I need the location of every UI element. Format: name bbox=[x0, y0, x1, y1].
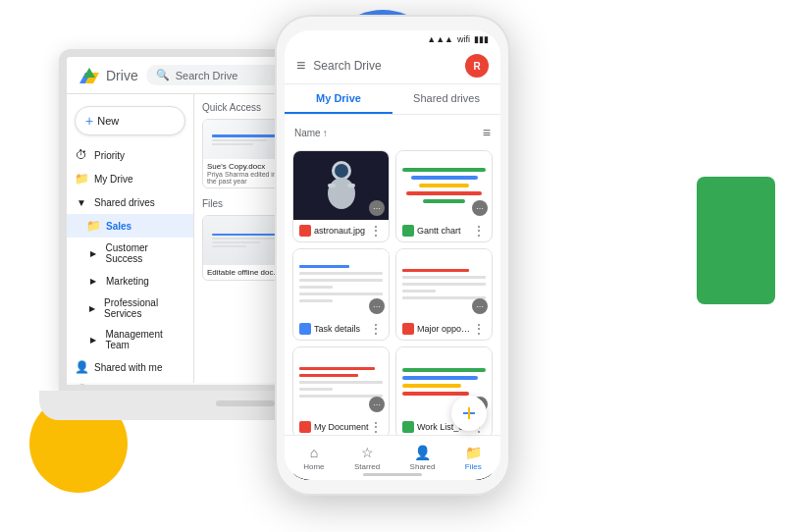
qa-card-1-name: Sue's Copy.docx bbox=[207, 162, 286, 171]
tab-my-drive[interactable]: My Drive bbox=[285, 84, 392, 114]
file-more-icon-mydoc[interactable]: ⋮ bbox=[369, 420, 383, 434]
fab-plus-icon bbox=[459, 403, 479, 423]
file-name-task: Task details bbox=[314, 324, 369, 334]
drive-sidebar: + New ⏱ Priority 📁 My Drive ▼ Shared dri… bbox=[67, 94, 194, 383]
qa-card-1-sub: Priya Sharma edited in the past year bbox=[207, 171, 286, 185]
file-type-icon-gantt bbox=[402, 225, 414, 237]
file-preview-gantt: ⋯ bbox=[396, 151, 492, 220]
home-icon: ⌂ bbox=[310, 445, 318, 460]
sidebar-priority-label: Priority bbox=[94, 150, 125, 161]
sort-asc-icon: ↑ bbox=[323, 128, 328, 138]
new-button[interactable]: + New bbox=[75, 106, 185, 135]
file-preview-major: ⋯ bbox=[396, 249, 492, 318]
phone-mockup: ▲▲▲ wifi ▮▮▮ ≡ Search Drive R My Drive S… bbox=[275, 15, 510, 496]
sidebar-item-priority[interactable]: ⏱ Priority bbox=[67, 143, 193, 167]
file-action-dot[interactable]: ⋯ bbox=[369, 200, 385, 216]
file-preview-astronaut: ⋯ bbox=[293, 151, 389, 220]
astronaut-image bbox=[317, 159, 366, 213]
phone-avatar[interactable]: R bbox=[465, 54, 489, 78]
drive-logo: Drive bbox=[78, 67, 138, 84]
tab-my-drive-label: My Drive bbox=[316, 92, 361, 104]
phone-tabs: My Drive Shared drives bbox=[285, 84, 500, 115]
hamburger-menu-icon[interactable]: ≡ bbox=[296, 57, 305, 75]
battery-icon: ▮▮▮ bbox=[474, 34, 489, 44]
svg-rect-7 bbox=[328, 184, 336, 187]
tab-shared-drives-label: Shared drives bbox=[413, 92, 480, 104]
phone-file-card-gantt[interactable]: ⋯ Gantt chart ⋮ bbox=[395, 150, 493, 242]
search-icon: 🔍 bbox=[156, 69, 170, 81]
sidebar-sales-label: Sales bbox=[106, 221, 131, 232]
sidebar-item-marketing[interactable]: ▶ Marketing bbox=[67, 269, 193, 293]
sidebar-customersuccess-label: Customer Success bbox=[106, 242, 185, 264]
sidebar-item-shareddrives[interactable]: ▼ Shared drives bbox=[67, 190, 193, 214]
file-action-dot-task[interactable]: ⋯ bbox=[369, 298, 385, 314]
nav-item-files[interactable]: 📁 Files bbox=[457, 441, 490, 475]
phone-search-bar[interactable]: Search Drive bbox=[313, 59, 457, 73]
nav-item-starred[interactable]: ☆ Starred bbox=[346, 441, 388, 475]
file-more-icon-task[interactable]: ⋮ bbox=[369, 322, 383, 336]
sidebar-item-sales[interactable]: 📁 Sales bbox=[67, 214, 193, 238]
file-name-astronaut: astronaut.jpg bbox=[314, 226, 369, 236]
sidebar-item-management[interactable]: ▶ Management Team bbox=[67, 324, 193, 355]
phone-search-text: Search Drive bbox=[313, 59, 381, 73]
phone-sort-bar: Name ↑ ≡ bbox=[292, 121, 493, 144]
file-type-icon-astronaut bbox=[299, 225, 311, 237]
new-label: New bbox=[97, 115, 119, 127]
customersuccess-icon: ▶ bbox=[86, 246, 100, 260]
file-action-dot-gantt[interactable]: ⋯ bbox=[472, 200, 488, 216]
file-action-dot-major[interactable]: ⋯ bbox=[472, 298, 488, 314]
nav-shared-label: Shared bbox=[410, 462, 436, 471]
sidebar-item-mydrive[interactable]: 📁 My Drive bbox=[67, 167, 193, 190]
file-name-major: Major opportu... bbox=[417, 324, 472, 334]
sales-icon: 📁 bbox=[86, 219, 100, 233]
files-nav-icon: 📁 bbox=[465, 445, 482, 460]
phone-avatar-initial: R bbox=[473, 61, 480, 72]
marketing-icon: ▶ bbox=[86, 274, 100, 288]
phone-file-card-astronaut[interactable]: ⋯ astronaut.jpg ⋮ bbox=[292, 150, 390, 242]
sidebar-item-shared[interactable]: 👤 Shared with me bbox=[67, 355, 193, 379]
svg-point-5 bbox=[328, 178, 355, 209]
phone-screen: ▲▲▲ wifi ▮▮▮ ≡ Search Drive R My Drive S… bbox=[285, 30, 500, 480]
sidebar-professional-label: Professional Services bbox=[104, 297, 185, 319]
management-icon: ▶ bbox=[86, 333, 99, 346]
tab-shared-drives[interactable]: Shared drives bbox=[392, 84, 500, 114]
sidebar-shareddrives-label: Shared drives bbox=[94, 197, 155, 208]
star-nav-icon: ☆ bbox=[361, 445, 374, 460]
nav-files-label: Files bbox=[465, 462, 482, 471]
phone-drive-header: ≡ Search Drive R bbox=[285, 48, 500, 84]
mydrive-icon: 📁 bbox=[75, 172, 88, 186]
list-view-icon[interactable]: ≡ bbox=[483, 125, 491, 140]
sidebar-mydrive-label: My Drive bbox=[94, 174, 132, 185]
professional-icon: ▶ bbox=[86, 301, 98, 315]
shared-icon: 👤 bbox=[75, 360, 88, 374]
file-preview-task: ⋯ bbox=[293, 249, 389, 318]
nav-item-home[interactable]: ⌂ Home bbox=[295, 441, 332, 475]
file-action-dot-mydoc[interactable]: ⋯ bbox=[369, 397, 385, 412]
plus-icon: + bbox=[85, 113, 93, 129]
file-more-icon-major[interactable]: ⋮ bbox=[472, 322, 486, 336]
nav-item-shared[interactable]: 👤 Shared bbox=[402, 441, 444, 475]
shared-nav-icon: 👤 bbox=[414, 445, 431, 460]
sort-name-label[interactable]: Name bbox=[294, 128, 321, 138]
phone-files-grid: ⋯ astronaut.jpg ⋮ bbox=[292, 150, 493, 480]
phone-file-card-mydoc[interactable]: ⋯ My Document ⋮ bbox=[292, 346, 390, 439]
file-type-icon-task bbox=[299, 323, 311, 335]
nav-home-label: Home bbox=[303, 462, 324, 471]
wifi-icon: wifi bbox=[457, 34, 470, 44]
file-preview-mydoc: ⋯ bbox=[293, 347, 389, 416]
file-more-icon-astronaut[interactable]: ⋮ bbox=[369, 224, 383, 238]
phone-status-bar: ▲▲▲ wifi ▮▮▮ bbox=[285, 30, 500, 48]
phone-file-card-major[interactable]: ⋯ Major opportu... ⋮ bbox=[395, 248, 493, 341]
search-text: Search Drive bbox=[176, 70, 238, 81]
sidebar-shared-label: Shared with me bbox=[94, 362, 162, 373]
phone-fab-button[interactable] bbox=[451, 396, 487, 431]
file-footer-gantt: Gantt chart ⋮ bbox=[396, 220, 492, 241]
sidebar-item-customer-success[interactable]: ▶ Customer Success bbox=[67, 238, 193, 269]
file-name-mydoc: My Document bbox=[314, 422, 369, 432]
sidebar-item-professional[interactable]: ▶ Professional Services bbox=[67, 293, 193, 324]
file-footer-task: Task details ⋮ bbox=[293, 318, 389, 340]
file-footer-astronaut: astronaut.jpg ⋮ bbox=[293, 220, 389, 241]
file-more-icon-gantt[interactable]: ⋮ bbox=[472, 224, 486, 238]
phone-file-card-task[interactable]: ⋯ Task details ⋮ bbox=[292, 248, 390, 341]
nav-starred-label: Starred bbox=[354, 462, 380, 471]
